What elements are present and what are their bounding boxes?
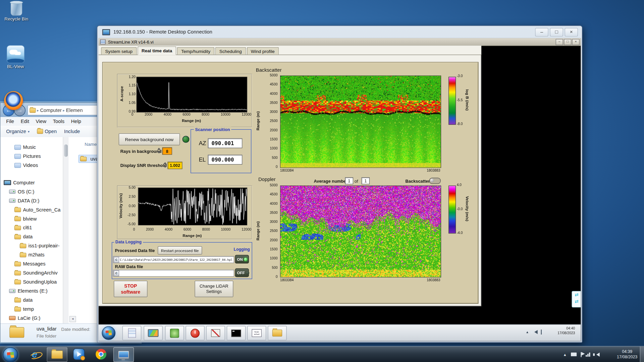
- menu-item[interactable]: File: [6, 118, 14, 124]
- taskbar-chrome-button[interactable]: [91, 347, 111, 361]
- sidebar-item-computer[interactable]: Computer: [0, 178, 63, 187]
- taskbar-explorer-button[interactable]: [47, 347, 67, 362]
- rays-value[interactable]: 8: [162, 147, 172, 155]
- tray-keyboard-icon[interactable]: [571, 353, 577, 356]
- backscatter-title: Backscatter: [256, 67, 282, 73]
- remote-taskbar-notepad-button[interactable]: [122, 326, 141, 340]
- renew-background-button[interactable]: Renew background now: [119, 133, 180, 145]
- taskbar-rdp-button[interactable]: [113, 347, 134, 362]
- menu-item[interactable]: Help: [71, 118, 81, 124]
- taskbar-clock[interactable]: 04:39 17/08/2023: [617, 349, 637, 360]
- menu-item[interactable]: Edit: [21, 118, 29, 124]
- include-button[interactable]: Include: [64, 128, 80, 134]
- sidebar-scrollbar[interactable]: [63, 137, 68, 323]
- az-value-field[interactable]: 090.001: [208, 138, 243, 148]
- sidebar-item-m2hats[interactable]: m2hats: [0, 250, 63, 259]
- taskbar-media-player-button[interactable]: [69, 347, 89, 361]
- sidebar-item-messages[interactable]: Messages: [0, 259, 63, 268]
- sidebar-item-soundingarchiv[interactable]: SoundingArchiv: [0, 268, 63, 278]
- sidebar-item-os-c-[interactable]: OS (C:): [0, 187, 63, 196]
- recycle-bin-glyph: [11, 2, 22, 15]
- volume-icon[interactable]: [532, 330, 538, 334]
- tab-wind-profile[interactable]: Wind profile: [247, 47, 279, 55]
- network-icon[interactable]: [586, 352, 590, 356]
- remote-taskbar-folder-button[interactable]: [268, 326, 286, 340]
- raw-path-field[interactable]: C: [113, 269, 234, 277]
- open-button[interactable]: Open: [37, 128, 57, 134]
- average-total-value[interactable]: 1: [362, 177, 370, 184]
- close-button[interactable]: ×: [572, 39, 580, 45]
- sidebar-item-blview[interactable]: blview: [0, 214, 63, 223]
- sidebar-item-data[interactable]: data: [0, 296, 63, 305]
- snr-value[interactable]: 1.002: [168, 162, 182, 169]
- tray-expand-icon[interactable]: ▲: [526, 330, 529, 334]
- sidebar-item-data[interactable]: data: [0, 232, 63, 241]
- sidebar-item-music[interactable]: Music: [0, 143, 63, 152]
- raw-logging-off-button[interactable]: OFF: [235, 268, 249, 277]
- backscatter-toggle[interactable]: [429, 178, 441, 184]
- tab-temp-humidity[interactable]: Temp/humidity: [177, 47, 214, 55]
- average-number-value[interactable]: 1: [345, 177, 353, 184]
- minimize-button[interactable]: –: [556, 39, 563, 45]
- tab-system-setup[interactable]: System setup: [101, 47, 137, 55]
- scrollbar-thumb[interactable]: [64, 144, 68, 157]
- snr-threshold-label: Display SNR threshold: [120, 163, 167, 168]
- restart-processed-file-button[interactable]: Restart processed file: [158, 246, 202, 254]
- icon-label: Recycle Bin: [3, 16, 30, 21]
- start-button[interactable]: [3, 347, 18, 362]
- change-lidar-settings-button[interactable]: Change LiDAR Settings: [195, 281, 233, 297]
- tab-scheduling[interactable]: Scheduling: [215, 47, 246, 55]
- flyout-panel[interactable]: ⇄ ⇄: [572, 291, 581, 307]
- breadcrumb-current[interactable]: Elemen: [66, 107, 83, 113]
- remote-taskbar-map-button[interactable]: [165, 326, 184, 340]
- recycle-bin-icon[interactable]: Recycle Bin: [3, 2, 30, 21]
- tray-expand-icon[interactable]: ▲: [563, 352, 567, 356]
- sidebar-item-data-d-[interactable]: DATA (D:): [0, 196, 63, 205]
- sidebar-item-iss1-purpleair-[interactable]: iss1-purpleair-: [0, 241, 63, 250]
- taskbar-ie-button[interactable]: e: [24, 347, 44, 361]
- sidebar-item-lacie-g-[interactable]: LaCie (G:): [0, 314, 63, 323]
- sidebar-item-soundinguploa[interactable]: SoundingUploa: [0, 278, 63, 287]
- sidebar-item-pictures[interactable]: Pictures: [0, 152, 63, 161]
- restore-button[interactable]: □: [564, 39, 571, 45]
- volume-icon[interactable]: [594, 352, 600, 356]
- column-header-name[interactable]: Name: [85, 141, 97, 146]
- cmd-icon: [231, 329, 241, 337]
- stop-software-button[interactable]: STOP software: [114, 281, 147, 297]
- remote-clock[interactable]: 04:40 17/08/2023: [557, 326, 575, 335]
- maximize-button[interactable]: □: [550, 28, 563, 37]
- sidebar-item-videos[interactable]: Videos: [0, 161, 63, 170]
- menu-item[interactable]: View: [36, 118, 47, 124]
- remote-taskbar-power-button[interactable]: [185, 326, 204, 340]
- rdp-titlebar[interactable]: 192.168.0.150 - Remote Desktop Connectio…: [97, 26, 582, 38]
- sidebar-item-auto-screen-ca[interactable]: Auto_Screen_Ca: [0, 205, 63, 214]
- snr-spinner[interactable]: [163, 162, 167, 168]
- hscroll-left-button[interactable]: ◂: [69, 316, 76, 322]
- doppler-y-ticks: 5000450040003500300025002000150010005000: [262, 183, 278, 279]
- processed-path-field[interactable]: C C:\Lidar\Data\Proc\2023\202308\2023081…: [113, 256, 234, 263]
- sidebar-item-temp[interactable]: temp: [0, 305, 63, 314]
- remote-taskbar-display-button[interactable]: [144, 326, 163, 340]
- tab-real-time-data[interactable]: Real time data: [138, 46, 176, 55]
- remote-taskbar-xr-button[interactable]: [206, 326, 225, 340]
- remote-taskbar-scan-sched-button[interactable]: Scan sched: [247, 326, 266, 340]
- el-value-field[interactable]: 090.000: [208, 155, 243, 165]
- action-center-flag-icon[interactable]: [581, 352, 581, 357]
- processed-logging-on-button[interactable]: ON: [235, 255, 249, 263]
- breadcrumb-root[interactable]: Computer: [40, 107, 62, 113]
- remote-start-button[interactable]: [102, 326, 115, 340]
- minimize-button[interactable]: –: [535, 28, 548, 37]
- show-desktop-button[interactable]: [640, 346, 644, 362]
- close-button[interactable]: ×: [565, 28, 578, 37]
- y-tick: 2.50: [129, 195, 136, 199]
- bl-view-icon[interactable]: BL-View: [2, 45, 29, 69]
- action-center-flag-icon[interactable]: [541, 329, 542, 335]
- sidebar-item-elements-e-[interactable]: Elements (E:): [0, 287, 63, 296]
- rays-spinner[interactable]: [157, 147, 161, 154]
- firefox-icon[interactable]: [4, 91, 23, 110]
- menu-item[interactable]: Tools: [53, 118, 64, 124]
- remote-taskbar-cmd-button[interactable]: [227, 326, 246, 340]
- streamline-titlebar[interactable]: StreamLine XR v14-6.vi – □ ×: [99, 38, 581, 46]
- organize-button[interactable]: Organize ▾: [6, 128, 29, 134]
- sidebar-item-cl61[interactable]: cl61: [0, 223, 63, 232]
